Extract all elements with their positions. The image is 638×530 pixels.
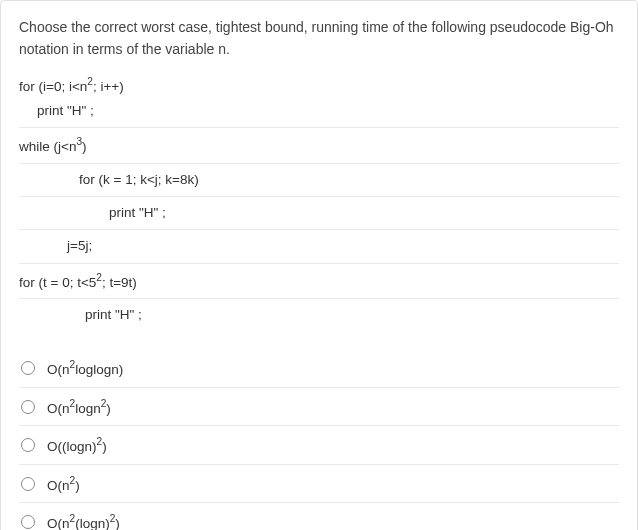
option-label: O(n2logn2) <box>47 398 111 416</box>
code-line: for (t = 0; t<52; t=9t) <box>19 268 619 295</box>
option-row[interactable]: O(n2logn2) <box>19 388 619 427</box>
option-row[interactable]: O((logn)2) <box>19 426 619 465</box>
divider <box>19 229 619 230</box>
radio-input[interactable] <box>21 438 35 452</box>
question-text: Choose the correct worst case, tightest … <box>19 17 619 60</box>
option-row[interactable]: O(n2(logn)2) <box>19 503 619 530</box>
radio-input[interactable] <box>21 361 35 375</box>
divider <box>19 263 619 264</box>
divider <box>19 298 619 299</box>
code-line: while (j<n3) <box>19 132 619 159</box>
option-label: O(n2loglogn) <box>47 359 123 377</box>
option-label: O(n2) <box>47 475 80 493</box>
option-label: O((logn)2) <box>47 436 107 454</box>
option-row[interactable]: O(n2loglogn) <box>19 349 619 388</box>
option-label: O(n2(logn)2) <box>47 513 120 530</box>
radio-input[interactable] <box>21 400 35 414</box>
code-line: for (k = 1; k<j; k=8k) <box>19 168 619 192</box>
radio-input[interactable] <box>21 515 35 529</box>
code-line: j=5j; <box>19 234 619 258</box>
code-line: for (i=0; i<n2; i++) <box>19 72 619 99</box>
code-line: print "H" ; <box>19 201 619 225</box>
question-card: Choose the correct worst case, tightest … <box>0 0 638 530</box>
code-line: print "H" ; <box>19 99 619 123</box>
option-row[interactable]: O(n2) <box>19 465 619 504</box>
pseudocode: for (i=0; i<n2; i++) print "H" ; while (… <box>19 72 619 327</box>
code-line: print "H" ; <box>19 303 619 327</box>
divider <box>19 127 619 128</box>
radio-input[interactable] <box>21 477 35 491</box>
options-list: O(n2loglogn) O(n2logn2) O((logn)2) O(n2)… <box>19 349 619 530</box>
divider <box>19 163 619 164</box>
divider <box>19 196 619 197</box>
